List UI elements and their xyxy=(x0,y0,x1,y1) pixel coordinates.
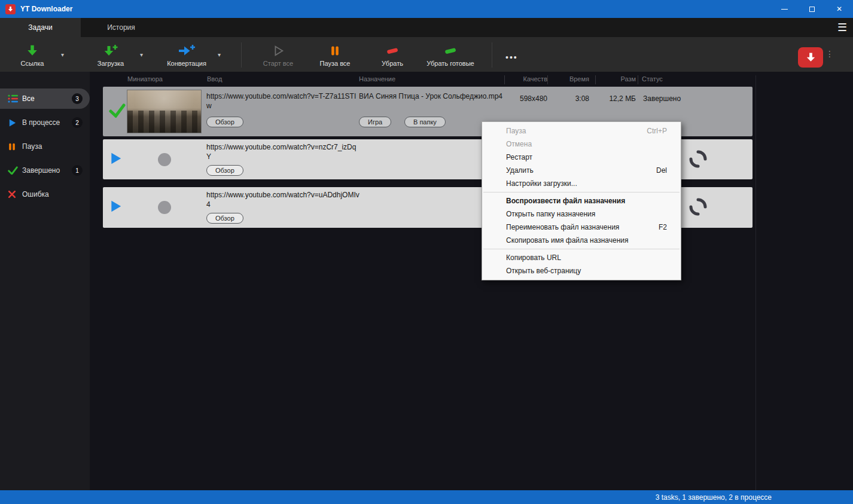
pause-all-label: Пауза все xyxy=(320,60,351,67)
quick-download-button[interactable] xyxy=(798,47,823,68)
column-divider xyxy=(595,75,596,84)
context-menu-item-rename-destination-file[interactable]: Переименовать файл назначения F2 xyxy=(482,221,681,234)
menu-item-label: Копировать URL xyxy=(506,251,561,264)
column-header-input: Ввод xyxy=(207,75,222,83)
menu-item-label: Удалить xyxy=(506,164,534,177)
sidebar-item-error[interactable]: Ошибка xyxy=(0,184,90,204)
task-url: https://www.youtube.com/watch?v=nzCr7_iz… xyxy=(206,143,360,162)
download-button[interactable]: Загрузка xyxy=(87,42,134,69)
menu-item-shortcut: Del xyxy=(656,164,667,177)
sidebar-item-in-progress[interactable]: В процессе 2 xyxy=(0,112,90,133)
play-file-button[interactable]: Игра xyxy=(359,117,391,127)
download-label: Загрузка xyxy=(98,60,124,67)
task-url: https://www.youtube.com/watch?v=uADdhjOM… xyxy=(206,191,360,210)
toolbar: Ссылка ▾ Загрузка ▾ Конвертация ▾ Старт … xyxy=(0,37,853,72)
titlebar: YT Downloader ✕ xyxy=(0,0,853,18)
minimize-icon xyxy=(781,9,788,10)
toolbar-separator xyxy=(241,42,242,68)
context-menu-item-restart[interactable]: Рестарт xyxy=(482,151,681,164)
column-header-status: Статус xyxy=(642,75,663,83)
start-all-button[interactable]: Старт все xyxy=(254,42,302,69)
browse-button[interactable]: Обзор xyxy=(206,165,243,176)
context-menu-item-download-settings[interactable]: Настройки загрузки... xyxy=(482,177,681,190)
minimize-button[interactable] xyxy=(770,0,798,18)
status-cell: Завершено xyxy=(643,94,681,103)
browse-button[interactable]: Обзор xyxy=(206,213,243,224)
check-icon xyxy=(8,166,22,175)
sidebar-item-paused[interactable]: Пауза xyxy=(0,136,90,157)
close-button[interactable]: ✕ xyxy=(825,0,853,18)
start-all-icon xyxy=(272,43,285,59)
download-plus-icon xyxy=(103,43,119,59)
remove-completed-button[interactable]: Убрать готовые xyxy=(415,42,486,69)
context-menu: Пауза Ctrl+P Отмена Рестарт Удалить Del … xyxy=(482,121,681,280)
menu-item-label: Рестарт xyxy=(506,151,532,164)
count-badge: 2 xyxy=(72,117,83,128)
menu-item-shortcut: F2 xyxy=(659,221,667,234)
remove-completed-icon xyxy=(443,43,458,59)
menu-item-label: Пауза xyxy=(506,124,526,138)
task-list: Миниатюра Ввод Назначение Качеств Время … xyxy=(90,72,853,490)
menu-item-label: Открыть папку назначения xyxy=(506,207,595,221)
menu-separator xyxy=(483,249,680,249)
context-menu-item-play-destination-file[interactable]: Воспроизвести файл назначения xyxy=(482,194,681,207)
link-button[interactable]: Ссылка xyxy=(11,42,54,69)
error-x-icon xyxy=(8,190,22,198)
thumbnail-placeholder-icon xyxy=(158,201,171,214)
tab-bar: Задачи История ☰ xyxy=(0,18,853,37)
sidebar: Все 3 В процессе 2 Пауза Завершено 1 xyxy=(0,72,90,490)
menu-item-label: Отмена xyxy=(506,138,532,151)
remove-completed-label: Убрать готовые xyxy=(427,60,474,67)
hamburger-menu-icon[interactable]: ☰ xyxy=(837,18,847,37)
menu-separator xyxy=(483,192,680,193)
sidebar-item-completed[interactable]: Завершено 1 xyxy=(0,160,90,181)
completed-check-icon xyxy=(109,103,126,120)
context-menu-item-open-webpage[interactable]: Открыть веб-страницу xyxy=(482,264,681,277)
quality-cell: 598x480 xyxy=(486,94,547,103)
context-menu-item-open-destination-folder[interactable]: Открыть папку назначения xyxy=(482,207,681,221)
menu-item-label: Настройки загрузки... xyxy=(506,177,577,190)
maximize-button[interactable] xyxy=(798,0,825,18)
tab-tasks[interactable]: Задачи xyxy=(0,18,81,37)
pause-icon xyxy=(8,142,22,151)
more-actions-icon[interactable]: ••• xyxy=(505,53,518,62)
pause-all-icon xyxy=(329,43,341,59)
link-dropdown-chevron[interactable]: ▾ xyxy=(61,51,64,58)
open-folder-button[interactable]: В папку xyxy=(404,117,446,127)
playing-icon xyxy=(109,151,123,168)
context-menu-item-delete[interactable]: Удалить Del xyxy=(482,164,681,177)
quick-download-kebab-icon[interactable]: ⋮ xyxy=(825,50,834,57)
start-all-label: Старт все xyxy=(263,60,293,67)
context-menu-item-copy-destination-filename[interactable]: Скопировать имя файла назначения xyxy=(482,234,681,247)
context-menu-item-cancel[interactable]: Отмена xyxy=(482,138,681,151)
time-cell: 3:08 xyxy=(549,94,589,103)
sidebar-item-label: Все xyxy=(22,94,35,103)
menu-item-label: Воспроизвести файл назначения xyxy=(506,194,625,207)
menu-item-label: Открыть веб-страницу xyxy=(506,264,581,277)
menu-item-label: Скопировать имя файла назначения xyxy=(506,234,629,247)
context-menu-item-pause[interactable]: Пауза Ctrl+P xyxy=(482,124,681,138)
convert-button[interactable]: Конвертация xyxy=(159,42,214,69)
task-url: https://www.youtube.com/watch?v=T-Z7a11S… xyxy=(206,92,360,111)
remove-button[interactable]: Убрать xyxy=(370,42,415,69)
sidebar-item-label: В процессе xyxy=(22,118,60,127)
column-header-quality: Качеств xyxy=(508,75,547,83)
window-controls: ✕ xyxy=(770,0,853,18)
convert-dropdown-chevron[interactable]: ▾ xyxy=(218,51,221,58)
column-header-size: Разм xyxy=(599,75,636,83)
column-divider xyxy=(504,75,505,84)
loading-spinner-icon xyxy=(688,149,708,172)
tab-history[interactable]: История xyxy=(81,18,162,37)
close-icon: ✕ xyxy=(836,5,842,13)
context-menu-item-copy-url[interactable]: Копировать URL xyxy=(482,251,681,264)
download-dropdown-chevron[interactable]: ▾ xyxy=(140,51,143,58)
column-header-time: Время xyxy=(552,75,589,83)
column-divider xyxy=(547,75,548,84)
menu-item-label: Переименовать файл назначения xyxy=(506,221,619,234)
pause-all-button[interactable]: Пауза все xyxy=(311,42,359,69)
loading-spinner-icon xyxy=(688,197,708,219)
list-all-icon xyxy=(8,94,22,103)
video-thumbnail[interactable] xyxy=(127,90,202,133)
sidebar-item-all[interactable]: Все 3 xyxy=(0,88,90,109)
browse-button[interactable]: Обзор xyxy=(206,117,243,127)
